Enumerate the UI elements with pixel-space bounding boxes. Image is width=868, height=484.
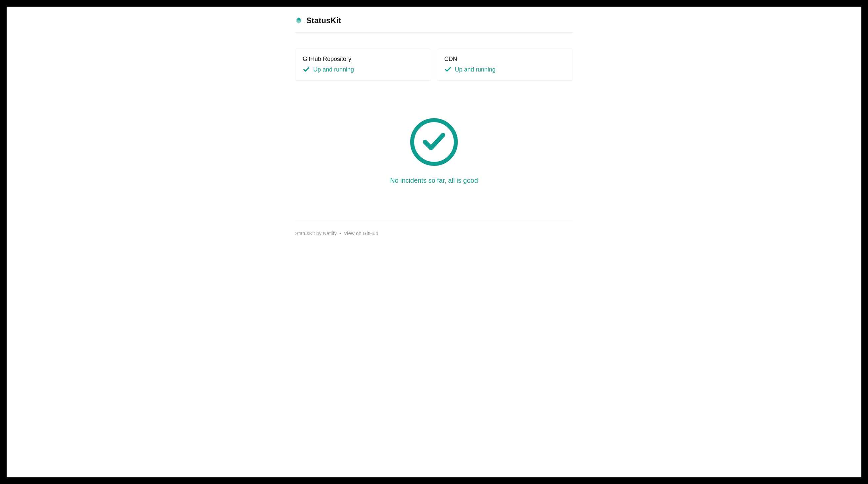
service-status-text: Up and running [455,66,496,73]
footer-separator: • [338,230,343,236]
service-status: Up and running [444,66,565,73]
service-status-text: Up and running [313,66,354,73]
netlify-link[interactable]: Netlify [323,230,337,236]
check-icon [444,66,452,73]
big-check-circle-icon [295,117,573,167]
footer-prefix: StatusKit by [295,230,323,236]
view-on-github-link[interactable]: View on GitHub [344,230,378,236]
footer: StatusKit by Netlify • View on GitHub [295,221,573,249]
check-icon [303,66,310,73]
service-name: GitHub Repository [303,56,424,63]
status-hero: No incidents so far, all is good [295,117,573,184]
site-title: StatusKit [306,16,341,25]
service-status: Up and running [303,66,424,73]
service-cards: GitHub Repository Up and running CDN [295,49,573,81]
statuskit-logo-icon [295,17,302,24]
service-card: CDN Up and running [437,49,573,81]
status-message: No incidents so far, all is good [295,177,573,184]
header: StatusKit [295,7,573,33]
service-name: CDN [444,56,565,63]
service-card: GitHub Repository Up and running [295,49,431,81]
